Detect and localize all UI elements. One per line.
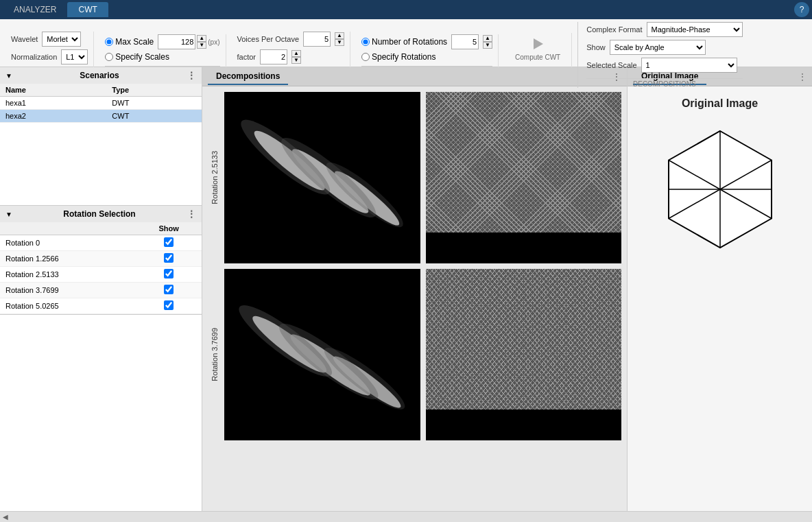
- scenario-type-1: DWT: [106, 97, 202, 110]
- tab-cwt[interactable]: CWT: [67, 2, 108, 17]
- max-scale-down[interactable]: ▼: [197, 42, 206, 49]
- num-rotations-radio[interactable]: [361, 38, 370, 46]
- voices-down[interactable]: ▼: [335, 39, 344, 46]
- selected-scale-select[interactable]: 123: [641, 58, 737, 73]
- scenarios-col-type: Type: [106, 84, 202, 97]
- rotation-col-show: Show: [136, 222, 202, 235]
- table-row[interactable]: hexa2 CWT: [0, 110, 202, 123]
- num-rotations-label: Number of Rotations: [372, 37, 447, 47]
- rotation-selection-header[interactable]: ▼ Rotation Selection ⋮: [0, 206, 202, 222]
- rotation-check-1[interactable]: [164, 253, 174, 263]
- toolbar: Wavelet MorletMorsebump Normalization L1…: [0, 19, 812, 67]
- num-rotations-down[interactable]: ▼: [483, 42, 492, 49]
- help-button[interactable]: ?: [794, 2, 809, 17]
- decompositions-tab[interactable]: Decompositions: [208, 69, 288, 85]
- max-scale-up[interactable]: ▲: [197, 35, 206, 42]
- max-scale-label: Max Scale: [115, 37, 154, 47]
- decomp-row-label-1: Rotation 3.7699: [208, 325, 224, 384]
- specify-scales-radio[interactable]: [105, 53, 113, 61]
- decomp-row-label-0: Rotation 2.5133: [208, 148, 224, 207]
- decomp-image-crosshatch-1: [426, 269, 622, 440]
- rotation-check-3[interactable]: [164, 285, 174, 294]
- rotation-label-3: Rotation 3.7699: [0, 283, 136, 298]
- factor-input[interactable]: [260, 49, 287, 64]
- rotation-selection-section: ▼ Rotation Selection ⋮ Show Rotation 0: [0, 206, 202, 315]
- scenarios-section: ▼ Scenarios ⋮ Name Type hexa1 DWT: [0, 67, 202, 206]
- factor-down[interactable]: ▼: [291, 57, 301, 64]
- show-select[interactable]: Scale by Angle Angle by Scale: [610, 40, 706, 55]
- voices-up[interactable]: ▲: [335, 32, 344, 39]
- show-label: Show: [586, 43, 606, 51]
- scenario-name-2: hexa2: [0, 110, 106, 123]
- scenarios-menu[interactable]: ⋮: [187, 70, 196, 81]
- scenarios-table: Name Type hexa1 DWT hexa2 CWT: [0, 84, 202, 123]
- num-rotations-spinner[interactable]: ▲ ▼: [483, 35, 492, 49]
- rotation-check-4[interactable]: [164, 300, 174, 310]
- max-scale-spinner[interactable]: ▲ ▼: [197, 35, 206, 49]
- rotation-label-1: Rotation 1.2566: [0, 251, 136, 267]
- main-layout: ▼ Scenarios ⋮ Name Type hexa1 DWT: [0, 67, 812, 511]
- max-scale-input[interactable]: [158, 34, 195, 49]
- left-panel: ▼ Scenarios ⋮ Name Type hexa1 DWT: [0, 67, 202, 511]
- voices-spinner[interactable]: ▲ ▼: [335, 32, 344, 46]
- rotation-check-2[interactable]: [164, 269, 174, 278]
- num-rotations-up[interactable]: ▲: [483, 35, 492, 42]
- decomp-image-wavelet-0: [224, 92, 420, 263]
- list-item: Rotation 2.5133: [0, 267, 202, 283]
- original-image-title: Original Image: [682, 97, 758, 110]
- scenario-type-2: CWT: [106, 110, 202, 123]
- bottom-scrollbar[interactable]: ◀: [0, 511, 812, 522]
- specify-scales-radio-label[interactable]: Specify Scales: [105, 52, 169, 62]
- factor-label: factor: [237, 53, 256, 61]
- num-rotations-radio-label[interactable]: Number of Rotations: [361, 37, 447, 47]
- scenarios-title: Scenarios: [80, 71, 119, 80]
- decomp-row-1: Rotation 3.7699: [208, 269, 621, 440]
- compute-cwt-button[interactable]: Compute CWT: [510, 33, 566, 64]
- factor-up[interactable]: ▲: [291, 50, 301, 57]
- hexagon-container: [652, 121, 789, 258]
- vpo-label: Voices Per Octave: [237, 35, 300, 43]
- specify-rotations-radio[interactable]: [361, 53, 370, 61]
- complex-format-select[interactable]: Magnitude-Phase Real-Imaginary: [647, 22, 743, 37]
- specify-scales-label: Specify Scales: [115, 52, 169, 62]
- max-scale-radio-label[interactable]: Max Scale: [105, 37, 154, 47]
- scenarios-col-name: Name: [0, 84, 106, 97]
- rotation-selection-menu[interactable]: ⋮: [187, 209, 196, 220]
- decompositions-toolbar-section: Complex Format Magnitude-Phase Real-Imag…: [577, 22, 748, 88]
- scenario-name-1: hexa1: [0, 97, 106, 110]
- table-row[interactable]: hexa1 DWT: [0, 97, 202, 110]
- specify-rotations-label: Specify Rotations: [372, 52, 435, 62]
- voices-input[interactable]: [303, 32, 331, 47]
- normalization-label: Normalization: [11, 53, 57, 61]
- wavelet-select[interactable]: MorletMorsebump: [42, 32, 81, 47]
- rotation-label-2: Rotation 2.5133: [0, 267, 136, 283]
- decomp-images-0: [224, 92, 621, 263]
- scroll-left-btn[interactable]: ◀: [3, 513, 8, 521]
- rotation-check-0[interactable]: [164, 237, 174, 247]
- decomp-images-1: [224, 269, 621, 440]
- max-scale-radio[interactable]: [105, 38, 113, 46]
- decomp-image-crosshatch-0: [426, 92, 622, 263]
- rotation-label-4: Rotation 5.0265: [0, 298, 136, 314]
- decomp-row-0: Rotation 2.5133: [208, 92, 621, 263]
- decomp-content[interactable]: Rotation 2.5133: [202, 86, 627, 511]
- factor-spinner[interactable]: ▲ ▼: [291, 50, 301, 64]
- specify-rotations-radio-label[interactable]: Specify Rotations: [361, 52, 435, 62]
- num-rotations-input[interactable]: [451, 34, 479, 49]
- normalization-select[interactable]: L1L2: [61, 49, 88, 64]
- list-item: Rotation 1.2566: [0, 251, 202, 267]
- compute-btn-label: Compute CWT: [515, 54, 560, 61]
- complex-format-label: Complex Format: [586, 25, 642, 34]
- selected-scale-label: Selected Scale: [586, 61, 636, 69]
- scenarios-header[interactable]: ▼ Scenarios ⋮: [0, 67, 202, 84]
- rotation-col-name: [0, 222, 136, 235]
- list-item: Rotation 0: [0, 235, 202, 251]
- right-panel: Original Image ⋮ Original Image: [627, 67, 812, 511]
- center-panel: Decompositions ⋮ Rotation 2.5133: [202, 67, 627, 511]
- scenarios-arrow: ▼: [5, 72, 12, 80]
- tab-analyzer[interactable]: ANALYZER: [3, 2, 67, 17]
- list-item: Rotation 3.7699: [0, 283, 202, 298]
- hexagon-svg: [655, 124, 785, 254]
- right-tab-menu[interactable]: ⋮: [798, 72, 807, 82]
- tab-bar: ANALYZER CWT ?: [0, 0, 812, 19]
